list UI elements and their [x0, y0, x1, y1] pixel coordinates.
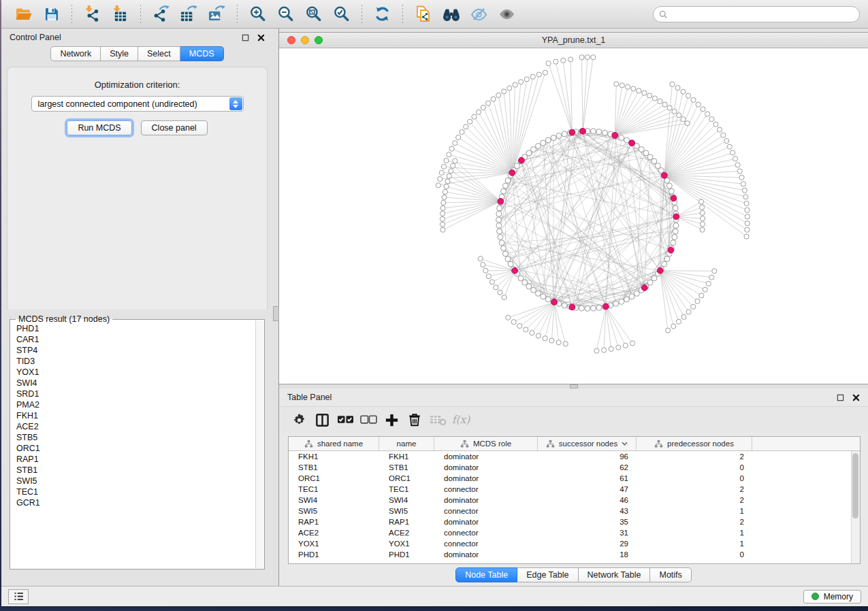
refresh-layout-icon[interactable] — [372, 3, 393, 24]
table-tab-node-table[interactable]: Node Table — [455, 567, 517, 582]
column-header-successor-nodes[interactable]: successor nodes — [538, 437, 637, 450]
open-file-icon[interactable] — [13, 3, 34, 24]
window-minimize-icon[interactable] — [301, 36, 309, 44]
export-image-icon[interactable] — [206, 3, 227, 24]
mcds-result-item[interactable]: SRD1 — [16, 389, 263, 399]
window-maximize-icon[interactable] — [315, 36, 323, 44]
copy-network-icon[interactable] — [413, 3, 434, 24]
mcds-result-item[interactable]: ORC1 — [16, 443, 263, 454]
mcds-result-item[interactable]: PMA2 — [16, 399, 263, 410]
import-network-icon[interactable] — [82, 3, 103, 24]
mcds-result-item[interactable]: ACE2 — [16, 421, 263, 432]
zoom-out-icon[interactable] — [275, 3, 296, 24]
mcds-result-item[interactable]: STB5 — [16, 432, 263, 443]
mcds-result-item[interactable]: RAP1 — [16, 454, 263, 465]
mcds-result-item[interactable]: SWI5 — [16, 476, 263, 486]
table-tab-network-table[interactable]: Network Table — [579, 567, 651, 582]
mcds-node[interactable] — [509, 170, 515, 176]
table-row[interactable]: SWI4SWI4dominator462 — [289, 495, 860, 506]
mcds-node[interactable] — [657, 267, 663, 274]
save-session-icon[interactable] — [41, 3, 62, 24]
column-header-name[interactable]: name — [379, 437, 434, 450]
memory-button[interactable]: Memory — [803, 590, 861, 604]
table-row[interactable]: YOX1YOX1connector291 — [289, 538, 860, 549]
tab-select[interactable]: Select — [138, 46, 180, 61]
tab-style[interactable]: Style — [101, 46, 138, 61]
network-canvas[interactable] — [279, 48, 868, 384]
mcds-node[interactable] — [580, 128, 586, 134]
mcds-result-item[interactable]: YOX1 — [16, 367, 263, 378]
close-panel-button[interactable]: Close panel — [141, 120, 208, 135]
delete-column-icon[interactable] — [403, 410, 426, 430]
search-input[interactable] — [653, 6, 860, 22]
table-row[interactable]: FKH1FKH1dominator962 — [289, 451, 860, 462]
column-visibility-icon[interactable] — [310, 410, 334, 430]
horizontal-splitter-handle[interactable] — [570, 384, 578, 389]
close-panel-icon[interactable] — [257, 34, 265, 42]
select-all-icon[interactable] — [334, 410, 357, 430]
mcds-node[interactable] — [519, 157, 525, 163]
float-table-panel-icon[interactable] — [837, 394, 844, 401]
column-header-predecessor-nodes[interactable]: predecessor nodes — [637, 437, 752, 450]
vertical-splitter[interactable] — [273, 29, 279, 586]
mcds-node[interactable] — [671, 195, 677, 201]
mcds-node[interactable] — [668, 247, 674, 253]
mcds-result-item[interactable]: GCR1 — [16, 497, 263, 508]
settings-gear-icon[interactable] — [287, 410, 310, 430]
table-scrollbar[interactable] — [851, 451, 860, 563]
add-column-icon[interactable] — [380, 410, 403, 430]
table-tab-motifs[interactable]: Motifs — [650, 567, 691, 582]
table-row[interactable]: TEC1TEC1connector472 — [289, 484, 860, 495]
mcds-result-item[interactable]: STP4 — [16, 345, 263, 356]
mcds-result-item[interactable]: SWI4 — [16, 378, 263, 389]
run-mcds-button[interactable]: Run MCDS — [67, 120, 131, 135]
tab-mcds[interactable]: MCDS — [180, 46, 224, 61]
first-neighbors-icon[interactable] — [440, 3, 462, 24]
mcds-node[interactable] — [551, 299, 558, 306]
mcds-node[interactable] — [603, 303, 609, 310]
table-row[interactable]: PHD1PHD1dominator180 — [289, 549, 860, 560]
export-table-icon[interactable] — [178, 3, 199, 24]
column-header-shared-name[interactable]: shared name — [289, 437, 379, 450]
tab-network[interactable]: Network — [50, 46, 101, 61]
mcds-result-item[interactable]: PHD1 — [16, 323, 263, 334]
vertical-splitter-handle[interactable] — [273, 306, 279, 321]
zoom-in-icon[interactable] — [247, 3, 268, 24]
show-all-icon[interactable] — [496, 3, 517, 24]
table-row[interactable]: ORC1ORC1dominator610 — [289, 473, 860, 484]
mcds-result-item[interactable]: TEC1 — [16, 486, 263, 497]
mcds-result-item[interactable]: CAR1 — [16, 334, 263, 345]
mcds-node[interactable] — [498, 199, 504, 205]
hide-selected-icon[interactable] — [468, 3, 489, 24]
table-row[interactable]: RAP1RAP1dominator352 — [289, 516, 860, 527]
mcds-result-item[interactable]: TID3 — [16, 356, 263, 367]
mcds-node[interactable] — [673, 214, 679, 220]
zoom-selected-icon[interactable] — [331, 3, 352, 24]
close-table-panel-icon[interactable] — [852, 394, 860, 401]
mcds-result-list[interactable]: PHD1CAR1STP4TID3YOX1SWI4SRD1PMA2FKH1ACE2… — [11, 320, 263, 568]
mcds-result-item[interactable]: STB1 — [16, 465, 263, 476]
show-panels-list-button[interactable] — [8, 589, 29, 604]
mcds-result-item[interactable]: FKH1 — [16, 410, 263, 421]
mcds-node[interactable] — [512, 267, 518, 274]
mcds-node[interactable] — [612, 133, 618, 139]
column-header-MCDS-role[interactable]: MCDS role — [434, 437, 538, 450]
table-row[interactable]: SWI5SWI5connector431 — [289, 506, 860, 516]
table-row[interactable]: ACE2ACE2connector311 — [289, 527, 860, 538]
mcds-node[interactable] — [569, 129, 575, 135]
mcds-node[interactable] — [661, 172, 667, 178]
window-close-icon[interactable] — [287, 36, 295, 44]
deselect-all-icon[interactable] — [357, 410, 380, 430]
mcds-list-scrollbar[interactable] — [255, 320, 263, 568]
criterion-select[interactable]: largest connected component (undirected) — [31, 96, 244, 112]
table-tab-edge-table[interactable]: Edge Table — [517, 567, 578, 582]
export-network-icon[interactable] — [150, 3, 172, 24]
mcds-node[interactable] — [641, 285, 647, 291]
mcds-node[interactable] — [629, 140, 635, 146]
table-scrollbar-thumb[interactable] — [852, 453, 858, 518]
float-panel-icon[interactable] — [242, 34, 249, 42]
mcds-node[interactable] — [569, 304, 575, 310]
table-row[interactable]: STB1STB1dominator620 — [289, 462, 860, 473]
horizontal-splitter[interactable] — [279, 384, 868, 389]
zoom-fit-icon[interactable] — [303, 3, 324, 24]
